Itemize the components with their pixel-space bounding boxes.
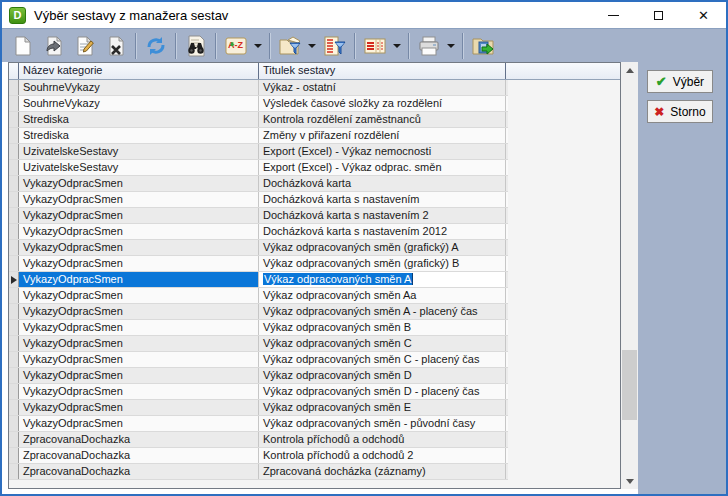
category-cell[interactable]: Strediska <box>19 112 259 127</box>
category-cell[interactable]: VykazyOdpracSmen <box>19 224 259 239</box>
category-cell[interactable]: VykazyOdpracSmen <box>19 272 259 287</box>
table-row[interactable]: StrediskaZměny v přiřazení rozdělení <box>9 128 508 144</box>
category-cell[interactable]: VykazyOdpracSmen <box>19 304 259 319</box>
column-header-title[interactable]: Titulek sestavy <box>259 63 506 79</box>
title-cell[interactable]: Výkaz odpracovaných směn E <box>259 400 506 415</box>
category-cell[interactable]: SouhrneVykazy <box>19 96 259 111</box>
title-cell[interactable]: Výkaz odpracovaných směn B <box>259 320 506 335</box>
minimize-button[interactable] <box>591 2 636 28</box>
sort-dropdown-button[interactable] <box>251 32 265 59</box>
table-row[interactable]: VykazyOdpracSmenVýkaz odpracovaných směn… <box>9 320 508 336</box>
title-cell[interactable]: Výkaz odpracovaných směn D - placený čas <box>259 384 506 399</box>
table-row[interactable]: ZpracovanaDochazkaKontrola příchodů a od… <box>9 432 508 448</box>
category-cell[interactable]: VykazyOdpracSmen <box>19 208 259 223</box>
category-cell[interactable]: VykazyOdpracSmen <box>19 336 259 351</box>
category-cell[interactable]: UzivatelskeSestavy <box>19 144 259 159</box>
title-cell[interactable]: Výkaz odpracovaných směn (grafický) B <box>259 256 506 271</box>
maximize-button[interactable] <box>636 2 681 28</box>
table-row[interactable]: VykazyOdpracSmenDocházková karta s nasta… <box>9 208 508 224</box>
category-cell[interactable]: ZpracovanaDochazka <box>19 464 259 479</box>
category-cell[interactable]: VykazyOdpracSmen <box>19 400 259 415</box>
filter-button[interactable] <box>275 32 304 59</box>
title-cell[interactable]: Kontrola příchodů a odchodů <box>259 432 506 447</box>
table-row[interactable]: VykazyOdpracSmenVýkaz odpracovaných směn… <box>9 352 508 368</box>
category-cell[interactable]: VykazyOdpracSmen <box>19 288 259 303</box>
filter-dropdown-button[interactable] <box>305 32 319 59</box>
columns-dropdown-button[interactable] <box>390 32 404 59</box>
table-row[interactable]: VykazyOdpracSmenDocházková karta <box>9 176 508 192</box>
category-cell[interactable]: ZpracovanaDochazka <box>19 448 259 463</box>
export-button[interactable] <box>468 32 497 59</box>
print-dropdown-button[interactable] <box>444 32 458 59</box>
table-row[interactable]: VykazyOdpracSmenVýkaz odpracovaných směn… <box>9 384 508 400</box>
sort-az-button[interactable]: A-Z <box>221 32 250 59</box>
category-cell[interactable]: Strediska <box>19 128 259 143</box>
cancel-button[interactable]: ✖ Storno <box>647 100 713 123</box>
table-row[interactable]: VykazyOdpracSmenVýkaz odpracovaných směn… <box>9 272 508 288</box>
table-row[interactable]: VykazyOdpracSmenVýkaz odpracovaných směn… <box>9 304 508 320</box>
table-row[interactable]: UzivatelskeSestavyExport (Excel) - Výkaz… <box>9 160 508 176</box>
title-cell[interactable]: Výkaz odpracovaných směn Aa <box>259 288 506 303</box>
title-cell[interactable]: Zpracovaná docházka (záznamy) <box>259 464 506 479</box>
title-cell[interactable]: Změny v přiřazení rozdělení <box>259 128 506 143</box>
table-row[interactable]: VykazyOdpracSmenVýkaz odpracovaných směn… <box>9 336 508 352</box>
scroll-down-button[interactable] <box>621 473 638 489</box>
copy-report-button[interactable] <box>39 32 68 59</box>
title-cell[interactable]: Výkaz odpracovaných směn - původní časy <box>259 416 506 431</box>
category-cell[interactable]: ZpracovanaDochazka <box>19 432 259 447</box>
table-row[interactable]: SouhrneVykazyVýkaz - ostatní <box>9 80 508 96</box>
category-cell[interactable]: UzivatelskeSestavy <box>19 160 259 175</box>
category-cell[interactable]: VykazyOdpracSmen <box>19 384 259 399</box>
title-cell[interactable]: Výkaz odpracovaných směn D <box>259 368 506 383</box>
table-row[interactable]: ZpracovanaDochazkaKontrola příchodů a od… <box>9 448 508 464</box>
title-cell[interactable]: Docházková karta s nastavením 2 <box>259 208 506 223</box>
table-row[interactable]: UzivatelskeSestavyExport (Excel) - Výkaz… <box>9 144 508 160</box>
close-button[interactable]: ✕ <box>681 2 726 28</box>
delete-report-button[interactable] <box>101 32 130 59</box>
select-button[interactable]: ✔ Výběr <box>647 70 713 93</box>
table-row[interactable]: SouhrneVykazyVýsledek časové složky za r… <box>9 96 508 112</box>
title-cell[interactable]: Výkaz odpracovaných směn A <box>259 272 506 287</box>
table-row[interactable]: VykazyOdpracSmenVýkaz odpracovaných směn… <box>9 400 508 416</box>
scroll-up-button[interactable] <box>621 62 638 78</box>
scrollbar-thumb[interactable] <box>622 350 637 420</box>
title-cell[interactable]: Kontrola příchodů a odchodů 2 <box>259 448 506 463</box>
table-row[interactable]: VykazyOdpracSmenVýkaz odpracovaných směn… <box>9 256 508 272</box>
table-row[interactable]: VykazyOdpracSmenVýkaz odpracovaných směn… <box>9 240 508 256</box>
category-cell[interactable]: VykazyOdpracSmen <box>19 416 259 431</box>
table-row[interactable]: StrediskaKontrola rozdělení zaměstnanců <box>9 112 508 128</box>
title-cell[interactable]: Kontrola rozdělení zaměstnanců <box>259 112 506 127</box>
print-button[interactable] <box>414 32 443 59</box>
title-cell[interactable]: Výsledek časové složky za rozdělení <box>259 96 506 111</box>
category-cell[interactable]: VykazyOdpracSmen <box>19 176 259 191</box>
table-row[interactable]: VykazyOdpracSmenDocházková karta s nasta… <box>9 192 508 208</box>
new-report-button[interactable] <box>8 32 37 59</box>
table-row[interactable]: VykazyOdpracSmenVýkaz odpracovaných směn… <box>9 416 508 432</box>
category-cell[interactable]: VykazyOdpracSmen <box>19 240 259 255</box>
category-cell[interactable]: VykazyOdpracSmen <box>19 368 259 383</box>
refresh-button[interactable] <box>141 32 170 59</box>
title-cell[interactable]: Výkaz odpracovaných směn (grafický) A <box>259 240 506 255</box>
title-cell[interactable]: Docházková karta s nastavením 2012 <box>259 224 506 239</box>
category-cell[interactable]: VykazyOdpracSmen <box>19 320 259 335</box>
edit-report-button[interactable] <box>70 32 99 59</box>
find-button[interactable] <box>181 32 210 59</box>
table-row[interactable]: VykazyOdpracSmenVýkaz odpracovaných směn… <box>9 288 508 304</box>
title-cell[interactable]: Výkaz odpracovaných směn C - placený čas <box>259 352 506 367</box>
table-row[interactable]: VykazyOdpracSmenVýkaz odpracovaných směn… <box>9 368 508 384</box>
category-cell[interactable]: VykazyOdpracSmen <box>19 192 259 207</box>
title-cell[interactable]: Docházková karta s nastavením <box>259 192 506 207</box>
title-cell[interactable]: Export (Excel) - Výkaz odprac. směn <box>259 160 506 175</box>
table-row[interactable]: ZpracovanaDochazkaZpracovaná docházka (z… <box>9 464 508 480</box>
filter-grid-button[interactable] <box>320 32 349 59</box>
column-header-category[interactable]: Název kategorie <box>19 63 259 79</box>
title-cell[interactable]: Výkaz odpracovaných směn C <box>259 336 506 351</box>
vertical-scrollbar[interactable] <box>621 62 638 489</box>
columns-button[interactable] <box>360 32 389 59</box>
title-cell[interactable]: Výkaz odpracovaných směn A - placený čas <box>259 304 506 319</box>
table-row[interactable]: VykazyOdpracSmenDocházková karta s nasta… <box>9 224 508 240</box>
category-cell[interactable]: VykazyOdpracSmen <box>19 352 259 367</box>
category-cell[interactable]: SouhrneVykazy <box>19 80 259 95</box>
category-cell[interactable]: VykazyOdpracSmen <box>19 256 259 271</box>
title-cell[interactable]: Export (Excel) - Výkaz nemocnosti <box>259 144 506 159</box>
